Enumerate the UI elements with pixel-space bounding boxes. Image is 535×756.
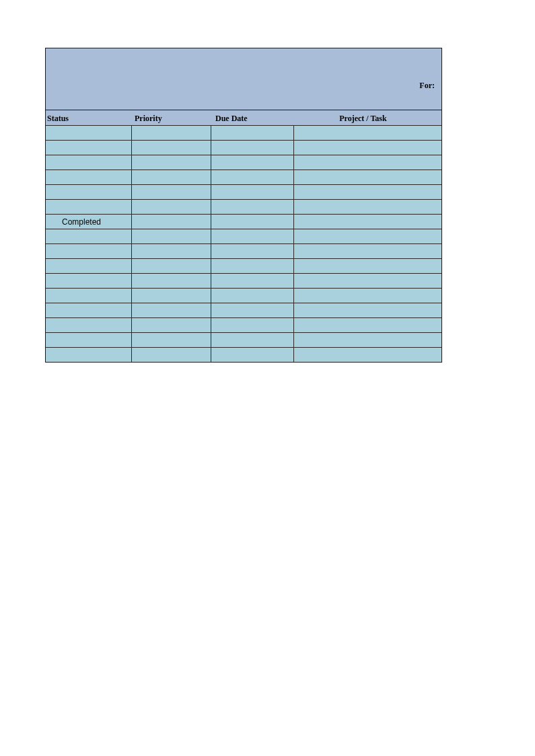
cell-priority[interactable] — [132, 332, 211, 347]
cell-project-task[interactable] — [294, 258, 441, 273]
cell-due-date[interactable] — [211, 199, 294, 214]
cell-project-task[interactable] — [294, 155, 441, 169]
table-row — [46, 243, 441, 258]
cell-project-task[interactable] — [294, 229, 441, 243]
cell-priority[interactable] — [132, 347, 211, 362]
table-row — [46, 229, 441, 243]
cell-priority[interactable] — [132, 303, 211, 317]
table-body: Completed — [46, 125, 441, 362]
table-row — [46, 169, 441, 184]
cell-status[interactable]: Completed — [46, 214, 132, 229]
cell-due-date[interactable] — [211, 332, 294, 347]
cell-priority[interactable] — [132, 184, 211, 199]
cell-priority[interactable] — [132, 140, 211, 155]
cell-status[interactable] — [46, 332, 132, 347]
cell-project-task[interactable] — [294, 214, 441, 229]
cell-due-date[interactable] — [211, 303, 294, 317]
table-row — [46, 288, 441, 303]
cell-due-date[interactable] — [211, 258, 294, 273]
table-row — [46, 273, 441, 288]
cell-project-task[interactable] — [294, 273, 441, 288]
table-row — [46, 125, 441, 140]
cell-due-date[interactable] — [211, 169, 294, 184]
table-row — [46, 332, 441, 347]
cell-priority[interactable] — [132, 288, 211, 303]
cell-priority[interactable] — [132, 317, 211, 332]
cell-due-date[interactable] — [211, 288, 294, 303]
cell-priority[interactable] — [132, 273, 211, 288]
table-row — [46, 347, 441, 362]
table-row — [46, 155, 441, 169]
cell-status[interactable] — [46, 317, 132, 332]
cell-project-task[interactable] — [294, 243, 441, 258]
for-label: For: — [419, 81, 435, 91]
cell-priority[interactable] — [132, 169, 211, 184]
cell-status[interactable] — [46, 125, 132, 140]
column-header-priority: Priority — [133, 114, 214, 124]
cell-project-task[interactable] — [294, 199, 441, 214]
cell-priority[interactable] — [132, 125, 211, 140]
cell-priority[interactable] — [132, 258, 211, 273]
cell-project-task[interactable] — [294, 184, 441, 199]
cell-due-date[interactable] — [211, 140, 294, 155]
cell-status[interactable] — [46, 184, 132, 199]
table-row — [46, 184, 441, 199]
cell-priority[interactable] — [132, 199, 211, 214]
cell-due-date[interactable] — [211, 214, 294, 229]
cell-priority[interactable] — [132, 155, 211, 169]
table-row — [46, 258, 441, 273]
cell-status[interactable] — [46, 258, 132, 273]
cell-status[interactable] — [46, 229, 132, 243]
cell-due-date[interactable] — [211, 317, 294, 332]
table-row: Completed — [46, 214, 441, 229]
column-headers: Status Priority Due Date Project / Task — [46, 110, 441, 125]
task-table-container: For: Status Priority Due Date Project / … — [45, 48, 442, 363]
cell-status[interactable] — [46, 140, 132, 155]
cell-status[interactable] — [46, 288, 132, 303]
cell-project-task[interactable] — [294, 317, 441, 332]
header-block: For: — [46, 48, 441, 110]
cell-project-task[interactable] — [294, 303, 441, 317]
column-header-project-task: Project / Task — [298, 114, 441, 124]
cell-due-date[interactable] — [211, 229, 294, 243]
cell-project-task[interactable] — [294, 169, 441, 184]
cell-project-task[interactable] — [294, 288, 441, 303]
cell-priority[interactable] — [132, 229, 211, 243]
table-row — [46, 303, 441, 317]
cell-status[interactable] — [46, 273, 132, 288]
cell-priority[interactable] — [132, 243, 211, 258]
table-row — [46, 140, 441, 155]
cell-status[interactable] — [46, 199, 132, 214]
cell-due-date[interactable] — [211, 184, 294, 199]
table-row — [46, 317, 441, 332]
cell-project-task[interactable] — [294, 332, 441, 347]
cell-due-date[interactable] — [211, 273, 294, 288]
table-row — [46, 199, 441, 214]
cell-due-date[interactable] — [211, 243, 294, 258]
cell-status[interactable] — [46, 243, 132, 258]
cell-status[interactable] — [46, 303, 132, 317]
cell-due-date[interactable] — [211, 125, 294, 140]
cell-priority[interactable] — [132, 214, 211, 229]
column-header-due-date: Due Date — [214, 114, 298, 124]
cell-due-date[interactable] — [211, 155, 294, 169]
cell-project-task[interactable] — [294, 140, 441, 155]
cell-status[interactable] — [46, 155, 132, 169]
cell-project-task[interactable] — [294, 125, 441, 140]
cell-due-date[interactable] — [211, 347, 294, 362]
column-header-status: Status — [46, 114, 133, 124]
cell-status[interactable] — [46, 347, 132, 362]
cell-status[interactable] — [46, 169, 132, 184]
cell-project-task[interactable] — [294, 347, 441, 362]
